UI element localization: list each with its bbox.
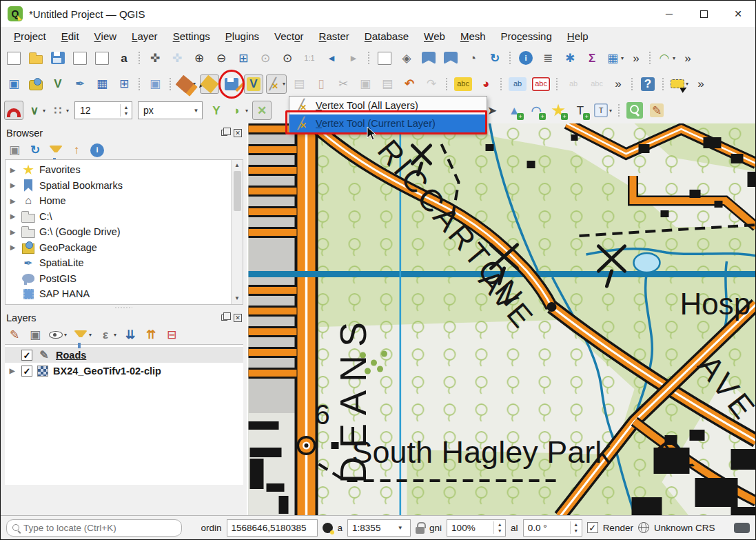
add-group[interactable]: ▣	[27, 327, 43, 343]
browser-item-postgis[interactable]: PostGIS	[7, 271, 243, 287]
add-selected-layers[interactable]: ▣	[6, 142, 23, 159]
snapping-on-intersection[interactable]: ✕	[252, 101, 272, 120]
menu-vector[interactable]: Vector	[267, 27, 311, 46]
undo[interactable]: ↶	[400, 74, 419, 94]
new-virtual-layer[interactable]: ▦	[92, 74, 112, 94]
show-spatial-bookmarks[interactable]	[441, 48, 460, 68]
expander-icon[interactable]: ▶	[8, 166, 17, 174]
style-manager[interactable]: a	[114, 48, 134, 68]
highlight-pinned-labels[interactable]: abc	[531, 74, 551, 94]
snapping-units-combo[interactable]: px ▼	[138, 101, 203, 119]
spinner-arrows-icon[interactable]: ▲▼	[120, 104, 132, 117]
map-canvas[interactable]: RICCARTON AVE DEANS Hosp South Hagley Pa…	[248, 123, 756, 517]
close-panel-icon[interactable]: ✕	[234, 129, 242, 137]
browser-item-sap-hana[interactable]: SAP HANA	[7, 286, 243, 302]
new-geopackage-layer[interactable]	[26, 74, 45, 94]
toolbar-overflow-3[interactable]: »	[610, 74, 626, 94]
expander-icon[interactable]: ▶	[8, 181, 17, 189]
identify-features[interactable]: i	[516, 48, 535, 68]
layer-visibility-checkbox[interactable]: ✓	[21, 366, 32, 377]
filter-browser[interactable]	[48, 142, 64, 159]
menu-view[interactable]: View	[87, 27, 125, 46]
expander-icon[interactable]: ▶	[8, 367, 17, 374]
close-button[interactable]: ✕	[721, 1, 755, 27]
add-marker-annotation[interactable]: +	[549, 101, 568, 120]
snapping-type[interactable]: ∨▾	[26, 101, 47, 120]
show-layout-manager[interactable]	[92, 48, 112, 68]
float-panel-icon[interactable]	[221, 130, 227, 136]
expander-icon[interactable]: ▶	[8, 212, 17, 220]
layer-labeling-options[interactable]: abc	[453, 74, 473, 94]
new-3d-map-view[interactable]: ◈	[397, 48, 416, 68]
coordinate-input[interactable]: 1568646,5180385	[227, 519, 318, 537]
manage-map-themes[interactable]: ▾	[48, 327, 68, 343]
processing-toolbox[interactable]: ✱	[560, 48, 580, 68]
new-spatial-bookmark[interactable]	[419, 48, 438, 68]
toolbar-overflow-1[interactable]: »	[628, 48, 644, 68]
menu-edit[interactable]: Edit	[54, 27, 87, 46]
scroll-down-icon[interactable]: ▼	[234, 293, 240, 304]
float-panel-icon[interactable]	[221, 314, 227, 321]
expand-all[interactable]: ⇊	[122, 327, 139, 343]
zoom-out[interactable]: ⊖	[212, 48, 231, 68]
menu-processing[interactable]: Processing	[493, 27, 560, 46]
filter-legend[interactable]: ▾	[72, 327, 93, 343]
new-shapefile-layer[interactable]: V	[48, 74, 68, 94]
scroll-up-icon[interactable]: ▲	[234, 160, 240, 171]
locator-input[interactable]	[23, 523, 181, 533]
select-features-by-area[interactable]: ▾	[669, 74, 690, 94]
expander-icon[interactable]: ▶	[8, 197, 17, 205]
crs-globe-icon[interactable]	[638, 522, 649, 533]
enable-properties-widget[interactable]: i	[89, 142, 105, 159]
browser-item-home[interactable]: ▶⌂Home	[7, 193, 243, 209]
pin-unpin-labels[interactable]: ab	[507, 74, 528, 94]
toolbar-overflow-2[interactable]: »	[680, 48, 696, 68]
spinner-arrows-icon[interactable]: ▲▼	[570, 521, 582, 534]
avoid-overlap[interactable]: ◗▾	[229, 101, 249, 120]
open-data-source-manager[interactable]: ▣	[4, 74, 23, 94]
snapping-mode[interactable]: ∷▾	[50, 101, 70, 120]
layer-diagram-options[interactable]: ◕	[476, 74, 496, 94]
menu-web[interactable]: Web	[416, 27, 453, 46]
remove-layer[interactable]: ⊟	[163, 327, 180, 343]
menu-project[interactable]: Project	[6, 27, 54, 46]
shape-digitizing[interactable]: ◠▾	[656, 48, 677, 68]
open-attribute-table[interactable]: ▦▾	[604, 48, 625, 68]
menu-layer[interactable]: Layer	[124, 27, 165, 46]
add-polygon-annotation[interactable]: ▲+	[504, 101, 524, 120]
text-balloon-annotation[interactable]: T▾	[593, 101, 613, 120]
open-layer-styling-panel[interactable]: ✎	[6, 327, 23, 343]
open-field-calculator[interactable]: ≣	[538, 48, 558, 68]
vertex-tool[interactable]: ╱✕▾	[266, 74, 287, 94]
new-temporary-scratch-layer[interactable]: ▣	[145, 74, 165, 94]
render-checkbox[interactable]: ✓	[587, 522, 598, 533]
locator-zoom[interactable]	[625, 101, 644, 120]
browser-item-geopackage[interactable]: ▶GeoPackage	[7, 240, 243, 256]
enable-snapping[interactable]	[4, 101, 23, 120]
refresh-map[interactable]: ↻	[485, 48, 504, 68]
current-edits[interactable]: ▾	[176, 74, 197, 94]
show-statistical-summary[interactable]: Σ	[582, 48, 602, 68]
zoom-in[interactable]: ⊕	[190, 48, 209, 68]
pan-map[interactable]: ✜	[145, 48, 165, 68]
topological-editing[interactable]: Y	[207, 101, 226, 120]
save-project[interactable]	[48, 48, 68, 68]
close-panel-icon[interactable]: ✕	[234, 314, 242, 322]
menu-plugins[interactable]: Plugins	[218, 27, 267, 46]
browser-scrollbar[interactable]: ▲ ▼	[231, 160, 243, 304]
new-project[interactable]	[4, 48, 23, 68]
zoom-last[interactable]: ◀	[322, 48, 341, 68]
zoom-full[interactable]: ⊞	[234, 48, 253, 68]
new-print-layout[interactable]	[70, 48, 90, 68]
refresh-browser[interactable]: ↻	[27, 142, 43, 159]
toolbar-overflow-4[interactable]: »	[693, 74, 709, 94]
menu-database[interactable]: Database	[357, 27, 416, 46]
panel-splitter[interactable]	[5, 305, 243, 310]
temporal-controller-panel[interactable]: ◔	[463, 48, 482, 68]
menu-help[interactable]: Help	[560, 27, 596, 46]
menu-settings[interactable]: Settings	[165, 27, 218, 46]
expander-icon[interactable]: ▶	[8, 243, 17, 251]
browser-item-spatial-bookmarks[interactable]: ▶Spatial Bookmarks	[7, 178, 243, 194]
new-mesh-layer[interactable]: ⊞	[114, 74, 134, 94]
browser-item-spatialite[interactable]: ✒SpatiaLite	[7, 255, 243, 271]
